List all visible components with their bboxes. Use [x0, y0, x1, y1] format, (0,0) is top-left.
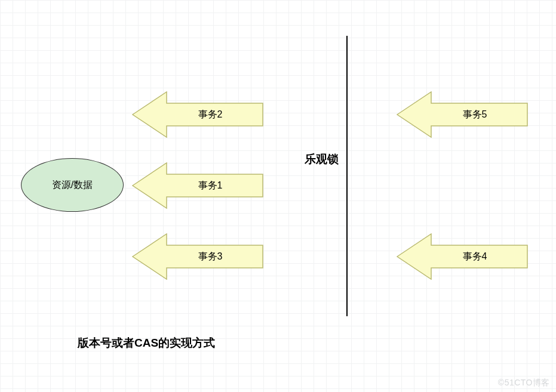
watermark: ©51CTO博客: [498, 378, 550, 388]
arrow-task-1: 事务1: [132, 162, 263, 209]
arrow-task-3: 事务3: [132, 233, 263, 280]
arrow-task-5: 事务5: [397, 91, 528, 138]
method-caption: 版本号或者CAS的实现方式: [78, 335, 215, 351]
arrow-label: 事务3: [198, 251, 223, 263]
arrow-task-4: 事务4: [397, 233, 528, 280]
arrow-label: 事务2: [198, 109, 223, 121]
resource-ellipse: 资源/数据: [21, 158, 124, 212]
separator-line: [346, 36, 348, 316]
resource-label: 资源/数据: [52, 179, 93, 192]
arrow-label: 事务4: [463, 251, 487, 263]
arrow-label: 事务1: [198, 180, 223, 192]
lock-title: 乐观锁: [305, 152, 339, 167]
arrow-task-2: 事务2: [132, 91, 263, 138]
arrow-label: 事务5: [463, 109, 487, 121]
